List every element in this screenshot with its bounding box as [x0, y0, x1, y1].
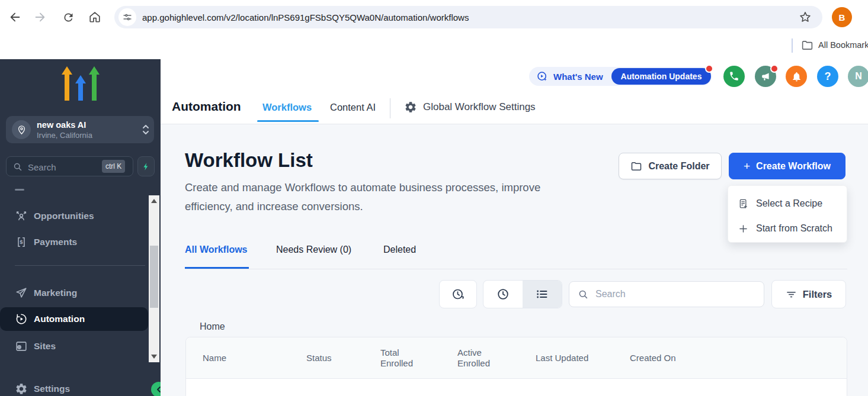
avatar-initial: N [855, 71, 862, 82]
scrollbar-thumb[interactable] [150, 246, 158, 308]
workflow-search-input[interactable] [594, 288, 757, 300]
all-bookmarks-button[interactable]: All Bookmarks [818, 40, 868, 50]
column-header-last-updated: Last Updated [536, 353, 588, 363]
sidebar-item-partial [15, 189, 24, 191]
settings-gear-icon [15, 382, 28, 395]
global-workflow-settings-label: Global Workflow Settings [423, 101, 536, 113]
phone-button[interactable] [723, 66, 745, 87]
question-glyph: ? [825, 70, 831, 83]
scroll-down-icon[interactable] [151, 355, 157, 359]
quick-actions-button[interactable] [137, 156, 155, 176]
reload-button[interactable] [57, 7, 79, 28]
workflows-table: Name Status Total Enrolled Active Enroll… [185, 337, 847, 396]
tabs-divider [390, 98, 390, 118]
view-toggle-recent[interactable] [483, 281, 523, 308]
whats-new-icon [536, 70, 549, 83]
browser-toolbar: app.gohighlevel.com/v2/location/lnPS691g… [0, 0, 868, 35]
page-description-line1: Create and manage Workflows to automate … [185, 181, 540, 194]
notifications-button[interactable] [786, 66, 807, 87]
page-description-line2: efficiency, and increase conversions. [185, 200, 363, 213]
table-header-row: Name Status Total Enrolled Active Enroll… [186, 337, 847, 379]
table-empty-row [186, 379, 847, 396]
star-icon [799, 11, 812, 24]
sidebar-item-settings[interactable]: Settings [0, 379, 148, 396]
global-workflow-settings-button[interactable]: Global Workflow Settings [404, 101, 536, 114]
history-button[interactable] [439, 280, 477, 308]
menu-item-select-recipe[interactable]: Select a Recipe [728, 194, 848, 214]
back-button[interactable] [5, 7, 26, 28]
menu-item-start-scratch[interactable]: Start from Scratch [728, 218, 848, 239]
bookmarks-divider [792, 38, 793, 53]
subtab-deleted[interactable]: Deleted [383, 244, 416, 255]
sidebar-search-input[interactable] [27, 157, 103, 177]
bookmark-star-button[interactable] [795, 7, 816, 28]
whats-new-button[interactable]: What's New Automation Updates [529, 67, 712, 86]
search-icon [578, 289, 588, 300]
sidebar-item-sites[interactable]: Sites [0, 336, 148, 356]
filters-button[interactable]: Filters [771, 280, 846, 308]
sidebar-item-label: Marketing [34, 288, 77, 298]
help-button[interactable]: ? [817, 66, 838, 87]
gear-icon [404, 101, 417, 114]
create-folder-label: Create Folder [648, 161, 709, 172]
active-tab-underline [257, 120, 319, 122]
workflow-search [569, 281, 764, 307]
tab-content-ai[interactable]: Content AI [330, 102, 376, 113]
page-heading: Workflow List [185, 149, 313, 172]
tab-workflows[interactable]: Workflows [262, 102, 312, 113]
browser-profile-avatar[interactable]: B [832, 7, 852, 27]
location-switcher[interactable]: new oaks AI Irvine, California [6, 116, 154, 143]
user-avatar[interactable]: N [848, 66, 868, 87]
url-text: app.gohighlevel.com/v2/location/lnPS691g… [142, 12, 469, 22]
subtab-all-workflows[interactable]: All Workflows [185, 244, 248, 255]
announcements-button[interactable] [755, 66, 776, 87]
main-area: What's New Automation Updates ? N Automa… [161, 59, 868, 396]
search-icon [12, 162, 23, 172]
menu-item-label: Select a Recipe [756, 198, 822, 209]
sidebar-item-label: Automation [34, 314, 85, 324]
recipe-icon [738, 198, 749, 210]
sidebar-item-label: Payments [34, 237, 77, 247]
clock-icon [496, 287, 510, 301]
whats-new-label: What's New [553, 72, 603, 82]
chevron-updown-icon [141, 122, 150, 137]
automation-icon [15, 313, 28, 326]
notification-dot [770, 65, 779, 73]
create-workflow-menu: Select a Recipe Start from Scratch [728, 185, 847, 243]
create-workflow-button[interactable]: + Create Workflow [729, 153, 845, 179]
create-folder-button[interactable]: Create Folder [619, 153, 722, 179]
history-icon [451, 287, 465, 301]
sidebar-search: ctrl K [6, 156, 133, 176]
sidebar-item-automation[interactable]: Automation [0, 307, 148, 331]
bell-icon [791, 71, 802, 82]
page-title: Automation [172, 99, 241, 114]
sidebar-scrollbar[interactable] [149, 195, 159, 362]
scroll-up-icon[interactable] [151, 199, 157, 203]
location-name: new oaks AI [37, 120, 86, 130]
sites-icon [15, 340, 28, 353]
svg-text:$: $ [20, 239, 23, 245]
search-shortcut-badge: ctrl K [102, 160, 125, 173]
sidebar-item-marketing[interactable]: Marketing [0, 283, 148, 303]
sidebar-item-opportunities[interactable]: Opportunities [0, 206, 148, 226]
sidebar-item-payments[interactable]: $ Payments [0, 232, 148, 252]
automation-updates-badge[interactable]: Automation Updates [611, 68, 711, 85]
opportunities-icon [15, 210, 28, 223]
megaphone-icon [760, 71, 771, 82]
workflow-content: Workflow List Create and manage Workflow… [161, 124, 868, 396]
sidebar-item-label: Sites [34, 341, 56, 352]
home-button[interactable] [84, 7, 105, 28]
view-toggle-list[interactable] [523, 281, 562, 308]
site-settings-button[interactable] [118, 8, 136, 26]
sidebar-section-divider [15, 265, 145, 266]
folder-icon [801, 39, 813, 51]
notification-dot [705, 65, 713, 73]
app-header: What's New Automation Updates ? N Automa… [161, 59, 868, 124]
filter-icon [786, 289, 797, 300]
breadcrumb-home[interactable]: Home [200, 321, 225, 332]
subtab-needs-review[interactable]: Needs Review (0) [276, 244, 351, 255]
phone-icon [729, 71, 739, 82]
column-header-status: Status [306, 353, 332, 363]
forward-button[interactable] [29, 7, 50, 28]
url-bar[interactable]: app.gohighlevel.com/v2/location/lnPS691g… [114, 6, 822, 28]
